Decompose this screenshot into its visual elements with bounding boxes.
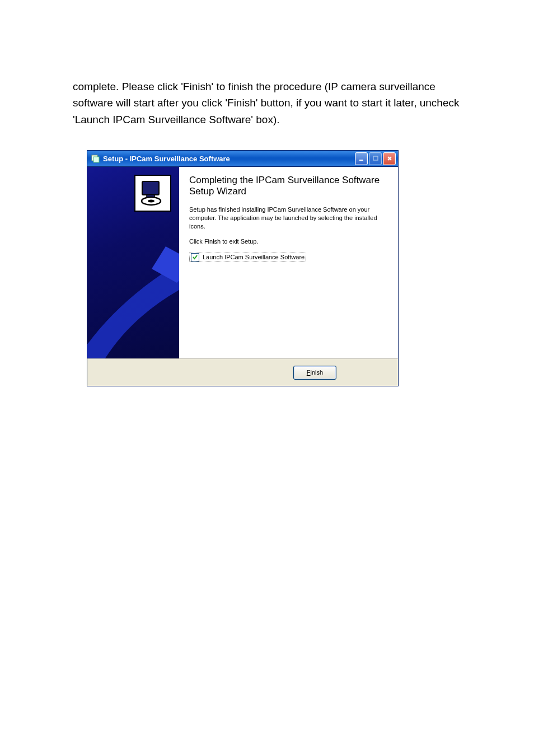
wizard-button-bar: Finish: [87, 358, 398, 386]
check-icon: [192, 254, 198, 260]
setup-icon: [91, 154, 100, 163]
wizard-body-text-1: Setup has finished installing IPCam Surv…: [189, 206, 388, 231]
finish-button[interactable]: Finish: [293, 366, 336, 380]
window-controls: [355, 152, 396, 165]
close-button[interactable]: [383, 152, 396, 165]
minimize-icon: [359, 156, 364, 161]
wizard-side-image: [87, 167, 179, 358]
wizard-client-area: Completing the IPCam Surveillance Softwa…: [87, 167, 398, 358]
svg-rect-1: [93, 157, 99, 162]
wizard-heading: Completing the IPCam Surveillance Softwa…: [189, 175, 388, 197]
document-paragraph: complete. Please click 'Finish' to finis…: [73, 78, 461, 128]
svg-point-9: [148, 200, 154, 203]
close-icon: [387, 156, 392, 161]
wizard-content: Completing the IPCam Surveillance Softwa…: [179, 167, 398, 358]
finish-button-label: Finish: [307, 369, 323, 376]
svg-rect-6: [142, 181, 159, 195]
svg-rect-2: [359, 160, 363, 161]
minimize-button[interactable]: [355, 152, 368, 165]
monitor-disc-icon: [134, 175, 171, 212]
svg-rect-3: [373, 156, 378, 160]
decorative-swoosh: [87, 224, 179, 358]
window-title: Setup - IPCam Surveillance Software: [103, 155, 355, 163]
maximize-button: [369, 152, 382, 165]
checkbox-box: [191, 253, 199, 262]
wizard-body-text-2: Click Finish to exit Setup.: [189, 237, 388, 246]
setup-wizard-window: Setup - IPCam Surveillance Software: [87, 150, 399, 386]
maximize-icon: [373, 156, 378, 161]
launch-software-checkbox[interactable]: Launch IPCam Surveillance Software: [189, 253, 306, 262]
titlebar[interactable]: Setup - IPCam Surveillance Software: [87, 151, 398, 167]
checkbox-label: Launch IPCam Surveillance Software: [203, 254, 305, 260]
